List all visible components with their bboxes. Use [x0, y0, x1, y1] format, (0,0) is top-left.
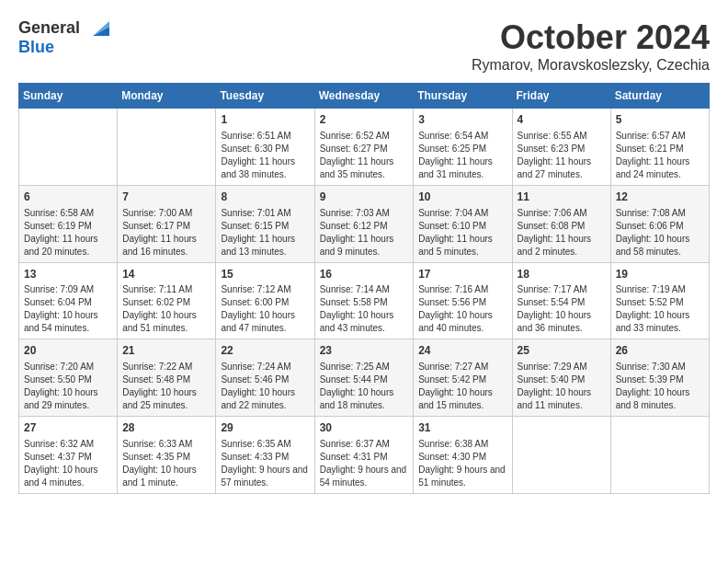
cell-info: Daylight: 11 hours and 31 minutes.: [418, 155, 506, 181]
cell-info: Sunrise: 7:01 AM: [221, 207, 309, 220]
cell-info: Sunrise: 6:51 AM: [221, 130, 309, 143]
day-number: 9: [320, 190, 409, 205]
day-number: 14: [122, 267, 210, 282]
logo-general-text: General: [18, 18, 80, 38]
cell-info: Sunset: 5:40 PM: [518, 373, 606, 386]
day-number: 23: [320, 343, 409, 359]
cell-info: Sunrise: 7:06 AM: [518, 207, 606, 220]
cell-info: Sunset: 6:25 PM: [418, 143, 506, 155]
day-number: 19: [616, 267, 704, 282]
day-number: 3: [418, 112, 506, 128]
calendar-cell: [610, 417, 709, 494]
day-number: 5: [616, 112, 704, 128]
cell-info: Sunset: 4:33 PM: [221, 451, 309, 464]
cell-info: Sunrise: 7:09 AM: [24, 283, 112, 296]
cell-info: Daylight: 11 hours and 13 minutes.: [221, 233, 309, 259]
cell-info: Daylight: 10 hours and 54 minutes.: [24, 309, 112, 335]
calendar-cell: 29Sunrise: 6:35 AMSunset: 4:33 PMDayligh…: [216, 417, 314, 494]
day-number: 28: [122, 420, 210, 436]
calendar-header-cell: Tuesday: [216, 84, 314, 109]
day-number: 18: [518, 267, 606, 282]
calendar-cell: 3Sunrise: 6:54 AMSunset: 6:25 PMDaylight…: [414, 109, 512, 186]
cell-info: Sunrise: 7:30 AM: [616, 361, 704, 373]
day-number: 29: [221, 420, 309, 436]
cell-info: Sunrise: 6:52 AM: [320, 130, 409, 143]
cell-info: Sunrise: 6:32 AM: [24, 438, 112, 451]
month-title: October 2024: [472, 18, 710, 57]
cell-info: Daylight: 10 hours and 11 minutes.: [518, 386, 606, 412]
calendar-cell: 18Sunrise: 7:17 AMSunset: 5:54 PMDayligh…: [512, 262, 610, 339]
cell-info: Sunset: 6:15 PM: [221, 220, 309, 233]
calendar-header-cell: Wednesday: [314, 84, 414, 109]
day-number: 7: [122, 190, 210, 205]
cell-info: Sunrise: 7:20 AM: [24, 361, 112, 373]
cell-info: Sunrise: 7:04 AM: [418, 207, 506, 220]
day-number: 24: [418, 343, 506, 359]
cell-info: Daylight: 10 hours and 4 minutes.: [24, 464, 112, 489]
calendar-cell: 25Sunrise: 7:29 AMSunset: 5:40 PMDayligh…: [512, 339, 610, 417]
cell-info: Daylight: 11 hours and 27 minutes.: [518, 155, 606, 181]
cell-info: Sunset: 5:39 PM: [616, 373, 704, 386]
calendar-row: 27Sunrise: 6:32 AMSunset: 4:37 PMDayligh…: [19, 417, 710, 494]
cell-info: Sunrise: 7:12 AM: [221, 283, 309, 296]
cell-info: Sunrise: 7:08 AM: [616, 207, 704, 220]
cell-info: Sunrise: 6:54 AM: [418, 130, 506, 143]
cell-info: Sunset: 6:08 PM: [518, 220, 606, 233]
calendar-cell: 1Sunrise: 6:51 AMSunset: 6:30 PMDaylight…: [216, 109, 314, 186]
calendar-cell: [19, 109, 118, 186]
cell-info: Daylight: 10 hours and 1 minute.: [122, 464, 210, 489]
day-number: 20: [24, 343, 112, 359]
cell-info: Sunset: 6:04 PM: [24, 296, 112, 309]
calendar-cell: 14Sunrise: 7:11 AMSunset: 6:02 PMDayligh…: [118, 262, 216, 339]
cell-info: Sunset: 6:17 PM: [122, 220, 210, 233]
cell-info: Sunset: 6:19 PM: [24, 220, 112, 233]
calendar-row: 13Sunrise: 7:09 AMSunset: 6:04 PMDayligh…: [19, 262, 710, 339]
cell-info: Daylight: 10 hours and 25 minutes.: [122, 386, 210, 412]
cell-info: Sunrise: 7:22 AM: [122, 361, 210, 373]
cell-info: Sunset: 5:44 PM: [320, 373, 409, 386]
calendar-cell: 26Sunrise: 7:30 AMSunset: 5:39 PMDayligh…: [610, 339, 709, 417]
calendar-header-cell: Sunday: [19, 84, 118, 109]
cell-info: Sunset: 5:46 PM: [221, 373, 309, 386]
cell-info: Sunrise: 7:29 AM: [518, 361, 606, 373]
cell-info: Daylight: 11 hours and 35 minutes.: [320, 155, 409, 181]
day-number: 25: [518, 343, 606, 359]
day-number: 11: [518, 190, 606, 205]
cell-info: Sunset: 6:06 PM: [616, 220, 704, 233]
cell-info: Sunrise: 7:16 AM: [418, 283, 506, 296]
day-number: 10: [418, 190, 506, 205]
cell-info: Daylight: 10 hours and 47 minutes.: [221, 309, 309, 335]
calendar-body: 1Sunrise: 6:51 AMSunset: 6:30 PMDaylight…: [19, 109, 710, 494]
calendar-cell: 31Sunrise: 6:38 AMSunset: 4:30 PMDayligh…: [414, 417, 512, 494]
logo-blue-text: Blue: [18, 38, 54, 57]
calendar-cell: 12Sunrise: 7:08 AMSunset: 6:06 PMDayligh…: [610, 185, 709, 262]
logo: General Blue: [18, 18, 111, 57]
cell-info: Sunset: 4:31 PM: [320, 451, 409, 464]
cell-info: Daylight: 11 hours and 9 minutes.: [320, 233, 409, 259]
calendar-cell: 7Sunrise: 7:00 AMSunset: 6:17 PMDaylight…: [118, 185, 216, 262]
subtitle: Rymarov, Moravskoslezsky, Czechia: [472, 57, 710, 74]
cell-info: Daylight: 10 hours and 40 minutes.: [418, 309, 506, 335]
day-number: 2: [320, 112, 409, 128]
calendar-cell: 9Sunrise: 7:03 AMSunset: 6:12 PMDaylight…: [314, 185, 414, 262]
calendar-cell: 30Sunrise: 6:37 AMSunset: 4:31 PMDayligh…: [314, 417, 414, 494]
calendar-cell: 24Sunrise: 7:27 AMSunset: 5:42 PMDayligh…: [414, 339, 512, 417]
cell-info: Daylight: 10 hours and 33 minutes.: [616, 309, 704, 335]
cell-info: Sunrise: 7:00 AM: [122, 207, 210, 220]
day-number: 22: [221, 343, 309, 359]
cell-info: Daylight: 10 hours and 29 minutes.: [24, 386, 112, 412]
cell-info: Sunrise: 7:11 AM: [122, 283, 210, 296]
calendar-cell: 22Sunrise: 7:24 AMSunset: 5:46 PMDayligh…: [216, 339, 314, 417]
calendar-cell: 4Sunrise: 6:55 AMSunset: 6:23 PMDaylight…: [512, 109, 610, 186]
calendar-row: 1Sunrise: 6:51 AMSunset: 6:30 PMDaylight…: [19, 109, 710, 186]
cell-info: Daylight: 11 hours and 20 minutes.: [24, 233, 112, 259]
cell-info: Sunset: 4:35 PM: [122, 451, 210, 464]
day-number: 15: [221, 267, 309, 282]
cell-info: Sunset: 6:23 PM: [518, 143, 606, 155]
cell-info: Sunset: 4:37 PM: [24, 451, 112, 464]
calendar-cell: 19Sunrise: 7:19 AMSunset: 5:52 PMDayligh…: [610, 262, 709, 339]
cell-info: Daylight: 10 hours and 22 minutes.: [221, 386, 309, 412]
cell-info: Daylight: 10 hours and 15 minutes.: [418, 386, 506, 412]
calendar-cell: 17Sunrise: 7:16 AMSunset: 5:56 PMDayligh…: [414, 262, 512, 339]
calendar-header-cell: Saturday: [610, 84, 709, 109]
